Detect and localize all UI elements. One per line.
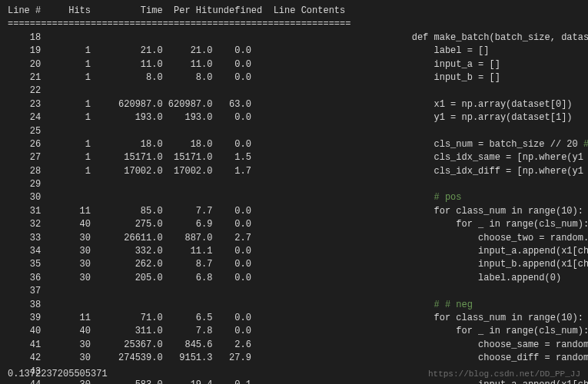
row-stats: 37 [8, 286, 262, 296]
row-stats: 26 1 18.0 18.0 0.0 [8, 139, 262, 150]
row-comment: # 每个类采样个数, pos neg [583, 139, 588, 150]
row-stats: 33 30 26611.0 887.0 2.7 [8, 233, 262, 243]
row-stats: 34 30 332.0 11.1 0.0 [8, 246, 262, 257]
row-comment: # pos [434, 192, 462, 203]
row-code [262, 85, 411, 96]
profiler-row: 38 # # neg [8, 299, 580, 312]
row-stats: 32 40 275.0 6.9 0.0 [8, 219, 262, 230]
row-stats: 29 [8, 179, 262, 190]
profiler-row: 25 [8, 125, 580, 138]
row-code: input_b.append(x1[choose_two[1]]) [262, 259, 588, 270]
profiler-row: 40 40 311.0 7.8 0.0 for _ in range(cls_n… [8, 325, 580, 338]
column-headers: Line # Hits Time Per Hitundefined Line C… [8, 5, 580, 18]
profiler-row: 36 30 205.0 6.8 0.0 label.append(0) [8, 272, 580, 285]
profiler-row: 32 40 275.0 6.9 0.0 for _ in range(cls_n… [8, 218, 580, 231]
profiler-row: 26 1 18.0 18.0 0.0 cls_num = batch_size … [8, 138, 580, 151]
row-code [262, 126, 411, 137]
row-stats: 36 30 205.0 6.8 0.0 [8, 273, 262, 283]
row-code: for _ in range(cls_num): [262, 326, 588, 336]
row-stats: 22 [8, 85, 262, 96]
row-code: cls_num = batch_size // 20 [262, 139, 583, 150]
row-code: input_a = [] [262, 59, 500, 70]
profiler-row: 28 1 17002.0 17002.0 1.7 cls_idx_diff = … [8, 165, 580, 178]
row-comment: # # neg [434, 300, 473, 310]
row-code: cls_idx_same = [np.where(y1 == i)[0] for… [262, 152, 588, 163]
profiler-row: 21 1 8.0 8.0 0.0 input_b = [] [8, 71, 580, 84]
profiler-row: 39 11 71.0 6.5 0.0 for class_num in rang… [8, 312, 580, 325]
profiler-row: 35 30 262.0 8.7 0.0 input_b.append(x1[ch… [8, 258, 580, 271]
profiler-row: 42 30 274539.0 9151.3 27.9 choose_diff =… [8, 352, 580, 365]
row-stats: 24 1 193.0 193.0 0.0 [8, 112, 262, 123]
profiler-row: 37 [8, 285, 580, 298]
profiler-rows: 18 def make_batch(batch_size, dataset): … [8, 31, 580, 384]
row-stats: 35 30 262.0 8.7 0.0 [8, 259, 262, 270]
row-stats: 30 [8, 192, 262, 203]
row-stats: 31 11 85.0 7.7 0.0 [8, 206, 262, 217]
profiler-row: 18 def make_batch(batch_size, dataset): [8, 31, 580, 45]
row-code: for class_num in range(10): [262, 206, 588, 217]
row-code: for class_num in range(10): [262, 313, 583, 323]
profiler-row: 23 1 620987.0 620987.0 63.0 x1 = np.arra… [8, 98, 580, 111]
footer-total-time: 0.1372237205505371 [8, 368, 108, 381]
row-code [262, 179, 411, 190]
row-stats: 18 [8, 32, 262, 43]
row-stats: 25 [8, 126, 262, 137]
row-code [262, 192, 434, 203]
row-code: input_b = [] [262, 72, 500, 83]
row-code: choose_same = random.sample(cls_idx_same… [262, 339, 588, 350]
row-code [262, 366, 411, 377]
profiler-row: 41 30 25367.0 845.6 2.6 choose_same = ra… [8, 339, 580, 352]
divider-line: ========================================… [8, 18, 580, 31]
row-stats: 38 [8, 300, 262, 310]
row-code: y1 = np.array(dataset[1]) [262, 112, 572, 123]
row-stats: 21 1 8.0 8.0 0.0 [8, 72, 262, 83]
profiler-row: 20 1 11.0 11.0 0.0 input_a = [] [8, 58, 580, 71]
row-code: choose_diff = random.sample(cls_idx_diff… [262, 353, 588, 363]
row-code [262, 286, 411, 296]
row-code: x1 = np.array(dataset[0]) [262, 99, 572, 110]
row-stats: 41 30 25367.0 845.6 2.6 [8, 339, 262, 350]
profiler-row: 31 11 85.0 7.7 0.0 for class_num in rang… [8, 205, 580, 218]
row-code: for _ in range(cls_num): [262, 219, 588, 230]
profiler-row: 29 [8, 178, 580, 191]
row-code: cls_idx_diff = [np.where(y1 != i)[0] for… [262, 166, 588, 177]
row-code: def make_batch(batch_size, dataset): [262, 32, 588, 43]
row-stats: 40 40 311.0 7.8 0.0 [8, 326, 262, 336]
watermark-url: https://blog.csdn.net/DD_PP_JJ [428, 369, 580, 381]
profiler-output: Line # Hits Time Per Hitundefined Line C… [0, 0, 588, 384]
row-stats: 42 30 274539.0 9151.3 27.9 [8, 353, 262, 363]
row-stats: 20 1 11.0 11.0 0.0 [8, 59, 262, 70]
row-stats: 39 11 71.0 6.5 0.0 [8, 313, 262, 323]
row-stats: 27 1 15171.0 15171.0 1.5 [8, 152, 262, 163]
row-stats: 28 1 17002.0 17002.0 1.7 [8, 166, 262, 177]
profiler-row: 22 [8, 84, 580, 98]
row-code: label.append(0) [262, 273, 561, 283]
profiler-row: 33 30 26611.0 887.0 2.7 choose_two = ran… [8, 232, 580, 245]
profiler-row: 19 1 21.0 21.0 0.0 label = [] [8, 45, 580, 58]
row-stats: 19 1 21.0 21.0 0.0 [8, 45, 262, 56]
profiler-row: 27 1 15171.0 15171.0 1.5 cls_idx_same = … [8, 151, 580, 164]
row-code [262, 300, 434, 310]
profiler-row: 24 1 193.0 193.0 0.0 y1 = np.array(datas… [8, 111, 580, 124]
row-code: label = [] [262, 45, 489, 56]
profiler-row: 34 30 332.0 11.1 0.0 input_a.append(x1[c… [8, 245, 580, 258]
row-stats: 23 1 620987.0 620987.0 63.0 [8, 99, 262, 110]
row-code: input_a.append(x1[choose_two[0]]) [262, 246, 588, 257]
row-code: choose_two = random.sample(cls_idx_same[… [262, 233, 588, 243]
profiler-row: 30 # pos [8, 191, 580, 204]
